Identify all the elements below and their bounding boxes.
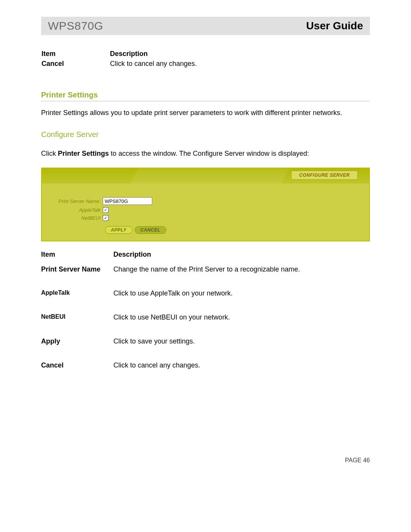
section-title: Printer Settings bbox=[41, 91, 370, 101]
row-item: AppleTalk bbox=[41, 285, 113, 309]
tab-configure-server[interactable]: CONFIGURE SERVER bbox=[291, 171, 358, 180]
instr-post: to access the window. The Configure Serv… bbox=[109, 150, 309, 157]
table-row: Cancel Click to cancel any changes. bbox=[41, 59, 370, 69]
window-body: Print Server Name: AppleTalk ✓ NetBEUI ✓… bbox=[42, 184, 369, 241]
instr-bold: Printer Settings bbox=[58, 150, 109, 157]
col-header-desc: Description bbox=[110, 50, 370, 59]
page-header: WPS870G User Guide bbox=[41, 17, 370, 35]
row-desc: Click to cancel any changes. bbox=[113, 357, 370, 381]
row-item: Cancel bbox=[41, 59, 110, 69]
row-desc: Click to save your settings. bbox=[113, 333, 370, 357]
col-header-desc: Description bbox=[113, 249, 370, 261]
subsection-title: Configure Server bbox=[41, 130, 370, 139]
row-item: NetBEUI bbox=[41, 309, 113, 333]
table-row: Apply Click to save your settings. bbox=[41, 333, 370, 357]
row-desc: Click to use NetBEUI on your network. bbox=[113, 309, 370, 333]
netbeui-checkbox[interactable]: ✓ bbox=[103, 215, 108, 221]
page-number: PAGE 46 bbox=[41, 457, 370, 464]
col-header-item: Item bbox=[41, 249, 113, 261]
description-table: Item Description Print Server Name Chang… bbox=[41, 249, 370, 381]
row-item: Apply bbox=[41, 333, 113, 357]
appletalk-checkbox[interactable]: ✓ bbox=[103, 207, 108, 213]
table-row: Cancel Click to cancel any changes. bbox=[41, 357, 370, 381]
row-item: Print Server Name bbox=[41, 261, 113, 285]
instr-pre: Click bbox=[41, 150, 58, 157]
label-appletalk: AppleTalk bbox=[49, 207, 103, 213]
col-header-item: Item bbox=[41, 50, 110, 59]
apply-button[interactable]: APPLY bbox=[105, 226, 132, 234]
row-desc: Click to use AppleTalk on your network. bbox=[113, 285, 370, 309]
label-netbeui: NetBEUI bbox=[49, 215, 103, 221]
table-row: AppleTalk Click to use AppleTalk on your… bbox=[41, 285, 370, 309]
row-desc: Change the name of the Print Server to a… bbox=[113, 261, 370, 285]
cancel-button[interactable]: CANCEL bbox=[135, 226, 166, 234]
print-server-name-input[interactable] bbox=[103, 197, 152, 205]
window-tab-bar: CONFIGURE SERVER bbox=[42, 168, 369, 184]
label-print-server-name: Print Server Name: bbox=[49, 198, 103, 204]
configure-server-window: CONFIGURE SERVER Print Server Name: Appl… bbox=[41, 168, 370, 241]
section-paragraph: Printer Settings allows you to update pr… bbox=[41, 108, 370, 117]
row-item: Cancel bbox=[41, 357, 113, 381]
doc-title: User Guide bbox=[306, 20, 363, 32]
model-label: WPS870G bbox=[48, 19, 103, 32]
table-row: NetBEUI Click to use NetBEUI on your net… bbox=[41, 309, 370, 333]
table-row: Print Server Name Change the name of the… bbox=[41, 261, 370, 285]
row-desc: Click to cancel any changes. bbox=[110, 59, 370, 69]
top-item-table: Item Description Cancel Click to cancel … bbox=[41, 50, 370, 69]
instruction-line: Click Printer Settings to access the win… bbox=[41, 150, 370, 158]
